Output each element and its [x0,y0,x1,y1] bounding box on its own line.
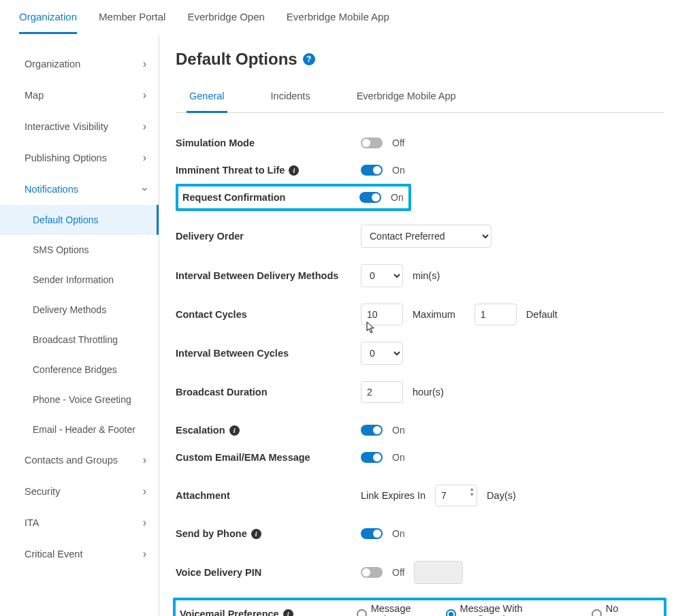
toggle-state-text: Off [392,567,404,578]
select-delivery-order[interactable]: Contact Preferred [361,225,492,248]
sidebar-sub-email-header-footer[interactable]: Email - Header & Footer [0,415,159,444]
row-broadcast-duration: Broadcast Duration hour(s) [176,378,664,406]
info-icon[interactable]: i [289,165,299,176]
toggle-send-by-phone[interactable] [361,528,383,539]
label-attachment: Attachment [176,490,361,501]
sidebar-item-map[interactable]: Map › [0,80,159,111]
row-imminent-threat: Imminent Threat to Life i On [176,157,664,184]
radio-message-with-confirmation[interactable]: Message With Confirmation [446,603,578,616]
sidebar-item-interactive-visibility[interactable]: Interactive Visibility › [0,111,159,142]
sidebar-item-label: Security [25,486,60,497]
text-link-expires: Link Expires In [361,490,425,501]
toggle-voice-pin[interactable] [361,567,383,578]
stepper-attachment-days[interactable]: ▲▼ [435,485,477,506]
toggle-state-text: On [392,528,405,539]
sidebar-item-label: Organization [25,59,80,69]
row-voicemail-preference: Voicemail Preference i Message Only Mess… [173,598,666,616]
toggle-imminent-threat[interactable] [361,165,383,176]
chevron-right-icon: › [143,517,146,529]
tab-organization[interactable]: Organization [19,0,77,34]
toggle-escalation[interactable] [361,425,383,436]
sidebar-sub-phone-voice-greeting[interactable]: Phone - Voice Greeting [0,385,159,415]
label-broadcast-duration: Broadcast Duration [176,387,361,398]
chevron-right-icon: › [143,89,146,101]
sidebar-item-label: Notifications [25,184,78,195]
label-imminent-threat: Imminent Threat to Life i [176,165,361,176]
sidebar: Organization › Map › Interactive Visibil… [0,35,159,616]
toggle-state-text: On [391,192,404,203]
tab-everbridge-mobile-app[interactable]: Everbridge Mobile App [287,0,389,34]
row-interval-methods: Interval Between Delivery Methods 0 min(… [176,261,664,290]
unit-text: min(s) [413,270,440,281]
sidebar-sub-delivery-methods[interactable]: Delivery Methods [0,295,159,325]
sidebar-sub-sms-options[interactable]: SMS Options [0,235,159,265]
text-maximum: Maximum [413,309,455,320]
label-delivery-order: Delivery Order [176,231,361,242]
sidebar-item-organization[interactable]: Organization › [0,48,159,80]
label-escalation: Escalation i [176,425,361,436]
label-voice-pin: Voice Delivery PIN [176,567,361,578]
info-icon[interactable]: i [283,609,293,617]
input-contact-cycles-default[interactable] [474,304,517,325]
sidebar-item-label: Critical Event [25,549,82,560]
toggle-simulation-mode[interactable] [361,137,383,148]
label-custom-email: Custom Email/EMA Message [176,452,361,463]
toggle-request-confirmation[interactable] [359,192,381,203]
label-voicemail-preference: Voicemail Preference i [180,609,357,616]
row-request-confirmation: Request Confirmation On [176,184,411,211]
toggle-state-text: On [392,165,405,176]
row-interval-cycles: Interval Between Cycles 0 [176,339,664,368]
input-broadcast-duration[interactable] [361,381,403,403]
row-attachment: Attachment Link Expires In ▲▼ Day(s) [176,482,664,509]
sidebar-item-critical-event[interactable]: Critical Event › [0,538,159,570]
label-simulation-mode: Simulation Mode [176,137,361,148]
input-contact-cycles-max[interactable] [361,304,403,325]
chevron-right-icon: › [143,58,146,70]
sidebar-item-security[interactable]: Security › [0,476,159,507]
radio-dot-icon [357,609,367,617]
sidebar-item-notifications[interactable]: Notifications › [0,174,159,205]
sidebar-item-ita[interactable]: ITA › [0,507,159,538]
inner-tabs: General Incidents Everbridge Mobile App [176,81,664,113]
page-title: Default Options ? [176,50,664,69]
tab-everbridge-mobile-app-inner[interactable]: Everbridge Mobile App [354,81,459,113]
select-interval-cycles[interactable]: 0 [361,342,403,365]
row-send-by-phone: Send by Phone i On [176,520,664,547]
info-icon[interactable]: i [229,425,240,436]
sidebar-sub-conference-bridges[interactable]: Conference Bridges [0,355,159,385]
sidebar-item-label: ITA [25,517,39,528]
input-voice-pin-disabled [414,561,463,584]
toggle-state-text: On [392,452,405,463]
sidebar-sub-broadcast-throttling[interactable]: Broadcast Throttling [0,325,159,355]
tab-everbridge-open[interactable]: Everbridge Open [187,0,264,34]
radio-dot-icon [592,609,602,617]
sidebar-sub-default-options[interactable]: Default Options [0,205,159,235]
tab-incidents[interactable]: Incidents [268,81,313,113]
row-escalation: Escalation i On [176,417,664,444]
label-send-by-phone: Send by Phone i [176,528,361,539]
page-title-text: Default Options [176,50,297,69]
row-delivery-order: Delivery Order Contact Preferred [176,222,664,250]
chevron-right-icon: › [143,152,146,164]
label-interval-cycles: Interval Between Cycles [176,348,361,359]
unit-text: Day(s) [487,490,516,501]
select-interval-methods[interactable]: 0 [361,264,403,287]
tab-general[interactable]: General [187,81,227,113]
help-icon[interactable]: ? [303,53,315,65]
stepper-arrows-icon[interactable]: ▲▼ [469,487,474,498]
sidebar-item-contacts-and-groups[interactable]: Contacts and Groups › [0,444,159,476]
unit-text: hour(s) [413,387,444,398]
radio-dot-icon [446,609,456,617]
row-contact-cycles: Contact Cycles Maximum Default [176,301,664,328]
radio-no-message[interactable]: No Message [592,603,660,616]
chevron-right-icon: › [143,485,146,498]
row-voice-pin: Voice Delivery PIN Off [176,558,664,587]
sidebar-item-publishing-options[interactable]: Publishing Options › [0,142,159,174]
tab-member-portal[interactable]: Member Portal [99,0,165,34]
sidebar-sub-sender-information[interactable]: Sender Information [0,265,159,295]
toggle-custom-email[interactable] [361,452,383,463]
radio-message-only[interactable]: Message Only [357,603,432,616]
chevron-right-icon: › [143,120,146,133]
label-contact-cycles: Contact Cycles [176,309,361,320]
info-icon[interactable]: i [251,529,261,539]
